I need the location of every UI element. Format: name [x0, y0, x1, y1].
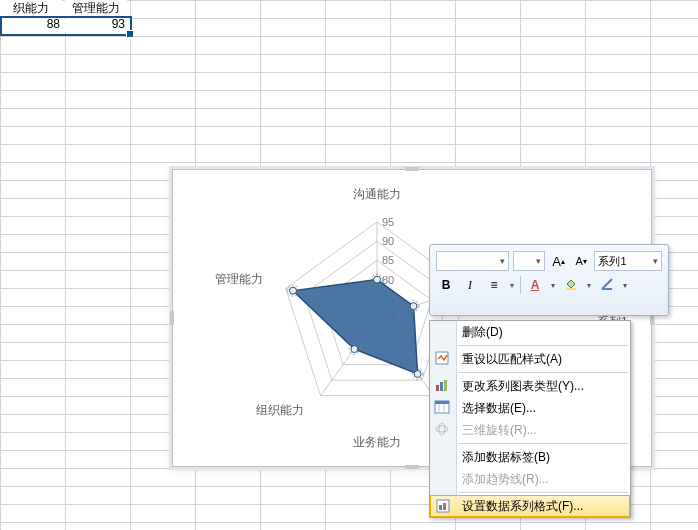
context-menu-item: 三维旋转(R)...: [430, 419, 630, 441]
menu-separator: [458, 345, 628, 346]
separator: [520, 276, 521, 294]
svg-point-37: [436, 426, 448, 432]
outline-dropdown[interactable]: ▾: [621, 281, 629, 290]
context-menu-item[interactable]: 重设以匹配样式(A): [430, 348, 630, 370]
menu-item-label: 重设以匹配样式(A): [462, 352, 562, 366]
menu-item-label: 设置数据系列格式(F)...: [462, 499, 583, 513]
svg-rect-40: [439, 505, 442, 510]
svg-text:90: 90: [382, 235, 394, 247]
resize-handle-w[interactable]: [170, 311, 174, 325]
svg-point-19: [414, 370, 421, 377]
svg-rect-34: [435, 401, 449, 404]
header-label: 织能力: [13, 1, 49, 15]
italic-button[interactable]: I: [460, 275, 480, 295]
svg-point-21: [351, 346, 358, 353]
fill-color-button[interactable]: [561, 275, 581, 295]
svg-text:业务能力: 业务能力: [353, 435, 401, 449]
context-menu-item[interactable]: 更改系列图表类型(Y)...: [430, 375, 630, 397]
context-menu-item[interactable]: 选择数据(E)...: [430, 397, 630, 419]
font-size-combo[interactable]: ▾: [513, 251, 545, 271]
series-combo[interactable]: 系列1▾: [594, 251, 662, 271]
svg-point-17: [410, 303, 417, 310]
svg-rect-41: [443, 503, 446, 510]
bucket-icon: [564, 277, 578, 294]
align-dropdown[interactable]: ▾: [508, 281, 516, 290]
svg-rect-32: [444, 380, 447, 391]
line-icon: [600, 277, 614, 294]
svg-rect-27: [566, 288, 576, 290]
context-menu-item[interactable]: 删除(D): [430, 321, 630, 343]
reset-icon: [434, 350, 452, 368]
header-label: 管理能力: [72, 1, 120, 15]
svg-text:85: 85: [382, 254, 394, 266]
font-family-combo[interactable]: ▾: [436, 251, 509, 271]
context-menu-item: 添加趋势线(R)...: [430, 468, 630, 490]
svg-rect-31: [440, 382, 443, 391]
svg-rect-28: [602, 288, 612, 290]
format-series-icon: [435, 498, 453, 516]
menu-item-label: 添加数据标签(B): [462, 450, 550, 464]
column-header: 管理能力: [65, 0, 127, 16]
menu-item-label: 添加趋势线(R)...: [462, 472, 549, 486]
cell-value[interactable]: 93: [65, 16, 129, 32]
font-color-dropdown[interactable]: ▾: [549, 281, 557, 290]
resize-handle-s[interactable]: [405, 465, 419, 469]
column-header: 织能力: [0, 0, 62, 16]
resize-handle-n[interactable]: [405, 167, 419, 171]
rotate-3d-icon: [434, 421, 452, 439]
svg-rect-30: [436, 385, 439, 391]
context-menu: 删除(D)重设以匹配样式(A)更改系列图表类型(Y)...选择数据(E)...三…: [429, 320, 631, 518]
menu-item-label: 选择数据(E)...: [462, 401, 536, 415]
bold-button[interactable]: B: [436, 275, 456, 295]
menu-separator: [458, 443, 628, 444]
svg-point-23: [290, 287, 297, 294]
svg-text:管理能力: 管理能力: [215, 272, 263, 286]
mini-toolbar: ▾ ▾ A▴ A▾ 系列1▾ B I ≡ ▾ A ▾ ▾: [429, 244, 669, 316]
menu-item-label: 删除(D): [462, 325, 503, 339]
menu-item-label: 更改系列图表类型(Y)...: [462, 379, 584, 393]
shrink-font-button[interactable]: A▾: [572, 251, 591, 271]
menu-separator: [458, 372, 628, 373]
outline-button[interactable]: [597, 275, 617, 295]
svg-text:沟通能力: 沟通能力: [353, 187, 401, 201]
select-data-icon: [434, 399, 452, 417]
cell-value[interactable]: 88: [0, 16, 64, 32]
menu-item-label: 三维旋转(R)...: [462, 423, 537, 437]
align-button[interactable]: ≡: [484, 275, 504, 295]
svg-text:95: 95: [382, 216, 394, 228]
context-menu-item[interactable]: 设置数据系列格式(F)...: [430, 495, 630, 517]
grow-font-button[interactable]: A▴: [549, 251, 568, 271]
svg-text:组织能力: 组织能力: [256, 403, 304, 417]
fill-color-dropdown[interactable]: ▾: [585, 281, 593, 290]
chart-type-icon: [434, 377, 452, 395]
menu-separator: [458, 492, 628, 493]
context-menu-item[interactable]: 添加数据标签(B): [430, 446, 630, 468]
font-color-button[interactable]: A: [525, 275, 545, 295]
svg-point-38: [439, 423, 445, 435]
svg-point-15: [374, 276, 381, 283]
